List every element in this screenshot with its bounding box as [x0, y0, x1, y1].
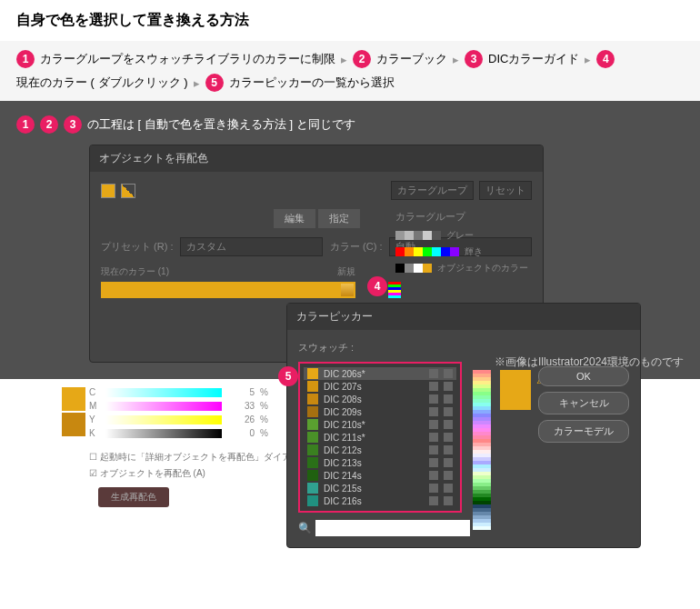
step-badge-2: 2 — [353, 50, 371, 68]
swatch-name: DIC 206s* — [324, 369, 424, 379]
slider-swatch-alt[interactable] — [62, 413, 85, 436]
caption-text: の工程は [ 自動で色を置き換える方法 ] と同じです — [87, 116, 355, 133]
swatch-name: DIC 216s — [324, 496, 424, 506]
swatch-type-icon — [429, 471, 438, 480]
swatch-opt-icon — [444, 458, 453, 467]
m-slider[interactable] — [105, 402, 222, 411]
page-title: 自身で色を選択して置き換える方法 — [16, 11, 684, 30]
slider-swatch[interactable] — [62, 387, 85, 411]
swatch-color-icon — [307, 444, 318, 455]
swatch-opt-icon — [444, 369, 453, 378]
colorgroup-title: カラーグループ — [395, 210, 532, 224]
swatch-opt-icon — [444, 407, 453, 416]
colormodel-button[interactable]: カラーモデル — [538, 420, 629, 443]
footer-note: ※画像はIllustrator2024環境のものです — [495, 354, 684, 370]
swatch-item[interactable]: DIC 211s* — [304, 431, 456, 444]
swatch-opt-icon — [444, 382, 453, 391]
swatch-color-icon — [307, 470, 318, 481]
swatch-item[interactable]: DIC 215s — [304, 482, 456, 494]
swatch-type-icon — [429, 369, 438, 378]
swatch-opt-icon — [444, 471, 453, 480]
swatch-type-icon — [429, 445, 438, 454]
swatch-name: DIC 208s — [324, 394, 424, 404]
swatch-item[interactable]: DIC 216s — [304, 494, 456, 507]
swatch-item[interactable]: DIC 214s — [304, 469, 456, 482]
tab-assign[interactable]: 指定 — [318, 209, 360, 228]
swatch-color-icon — [307, 457, 318, 468]
swatch-item[interactable]: DIC 206s* — [304, 367, 456, 380]
tab-edit[interactable]: 編集 — [274, 209, 315, 228]
caption-badge-1: 1 — [16, 115, 35, 134]
swatch-type-icon — [429, 484, 438, 493]
step-text-4: 現在のカラー ( ダブルクリック ) — [16, 75, 188, 91]
swatch-search-input[interactable] — [315, 520, 470, 536]
swatch-name: DIC 213s — [324, 458, 424, 468]
colorgroup-row[interactable]: 輝き — [395, 245, 532, 258]
reset-button[interactable]: リセット — [479, 181, 532, 200]
swatch-name: DIC 215s — [324, 484, 424, 494]
swatch-item[interactable]: DIC 207s — [304, 380, 456, 393]
chevron-right-icon: ▸ — [453, 53, 459, 66]
swatch-type-icon — [429, 458, 438, 467]
colorgroup-row[interactable]: グレー — [395, 229, 532, 242]
chevron-right-icon: ▸ — [194, 76, 200, 90]
swatch-color-icon — [307, 406, 318, 417]
step-text-1: カラーグループをスウォッチライブラリのカラーに制限 — [40, 51, 335, 67]
swatch-name: DIC 209s — [324, 407, 424, 417]
swatch-type-icon — [429, 433, 438, 442]
swatch-list-label: スウォッチ : — [298, 341, 629, 354]
y-slider[interactable] — [105, 415, 222, 424]
step-badge-3: 3 — [465, 50, 483, 68]
color-label: カラー (C) : — [330, 240, 382, 254]
breadcrumb: 1 カラーグループをスウォッチライブラリのカラーに制限 ▸ 2 カラーブック ▸… — [0, 41, 700, 101]
k-slider[interactable] — [105, 429, 222, 438]
chevron-right-icon: ▸ — [341, 53, 347, 66]
cmyk-sliders: C5% M33% Y26% K0% — [89, 387, 271, 442]
swatch-type-icon — [429, 382, 438, 391]
new-color-swatch[interactable] — [388, 282, 401, 298]
swatch-opt-icon — [444, 433, 453, 442]
preset-select[interactable]: カスタム — [180, 237, 323, 256]
swatch-item[interactable]: DIC 208s — [304, 393, 456, 405]
color-preview — [500, 370, 531, 410]
swatch-type-icon — [429, 407, 438, 416]
swatch-color-icon — [307, 394, 318, 404]
current-color-bar[interactable] — [101, 282, 355, 298]
colorgroup-select[interactable]: カラーグループ — [391, 181, 474, 200]
active-swatch[interactable] — [101, 184, 115, 198]
swatch-opt-icon — [444, 445, 453, 454]
marker-5: 5 — [278, 366, 298, 386]
swatch-color-icon — [307, 368, 318, 379]
swatch-item[interactable]: DIC 213s — [304, 456, 456, 469]
new-color-label: 新規 — [337, 265, 355, 278]
caption-badge-2: 2 — [40, 115, 58, 134]
swatch-opt-icon — [444, 484, 453, 493]
preset-label: プリセット (R) : — [101, 240, 173, 254]
swatch-name: DIC 211s* — [324, 433, 424, 443]
step-badge-1: 1 — [16, 50, 35, 68]
cancel-button[interactable]: キャンセル — [538, 392, 629, 414]
generate-button[interactable]: 生成再配色 — [98, 487, 169, 507]
search-icon: 🔍 — [298, 522, 312, 534]
c-slider[interactable] — [105, 388, 222, 397]
step-badge-5: 5 — [205, 74, 224, 92]
swatch-item[interactable]: DIC 212s — [304, 444, 456, 456]
swatch-type-icon — [429, 394, 438, 404]
step-text-2: カラーブック — [376, 51, 447, 67]
caption: 1 2 3 の工程は [ 自動で色を置き換える方法 ] と同じです — [16, 115, 684, 134]
swatch-item[interactable]: DIC 210s* — [304, 418, 456, 431]
screenshot-area: 1 2 3 の工程は [ 自動で色を置き換える方法 ] と同じです オブジェクト… — [0, 101, 700, 379]
swatch-type-icon — [429, 496, 438, 505]
active-swatch-alt[interactable] — [121, 184, 135, 198]
step-text-3: DICカラーガイド — [488, 51, 579, 67]
swatch-name: DIC 210s* — [324, 420, 424, 430]
caption-badge-3: 3 — [64, 115, 82, 134]
colorgroup-row[interactable]: オブジェクトのカラー — [395, 262, 532, 275]
swatch-name: DIC 214s — [324, 471, 424, 481]
swatch-type-icon — [429, 420, 438, 429]
swatch-item[interactable]: DIC 209s — [304, 405, 456, 418]
dialog-title: オブジェクトを再配色 — [90, 145, 543, 172]
swatch-color-icon — [307, 381, 318, 392]
color-spectrum-strip[interactable] — [473, 370, 491, 530]
swatch-color-icon — [307, 419, 318, 430]
